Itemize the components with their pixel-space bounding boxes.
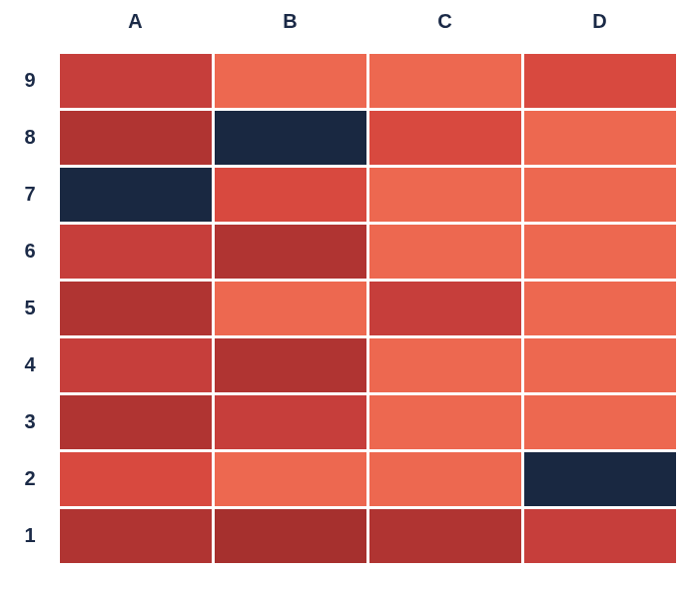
heatmap-cell [215, 509, 366, 563]
heatmap-row [58, 166, 677, 223]
heatmap-cell [60, 54, 212, 108]
heatmap-cell [369, 225, 521, 279]
heatmap-row [58, 393, 677, 450]
heatmap-cell [524, 225, 676, 279]
column-headers: ABCD [58, 10, 677, 33]
heatmap-row [58, 450, 677, 507]
heatmap-cell [215, 338, 366, 392]
heatmap-cell [215, 282, 366, 335]
row-header: 3 [10, 393, 50, 450]
column-header: A [58, 10, 213, 33]
heatmap-cell [60, 452, 212, 506]
heatmap-cell [215, 54, 366, 108]
row-header: 5 [10, 280, 50, 336]
row-header: 6 [10, 223, 50, 280]
heatmap-chart: ABCD 987654321 [0, 0, 700, 599]
heatmap-cell [524, 338, 676, 392]
heatmap-row [58, 280, 677, 336]
row-header: 2 [10, 450, 50, 507]
heatmap-cell [524, 395, 676, 449]
row-header: 4 [10, 336, 50, 393]
heatmap-cell [60, 225, 212, 279]
heatmap-cell [369, 282, 521, 335]
heatmap-cell [60, 111, 212, 165]
column-header: D [522, 10, 677, 33]
heatmap-cell [215, 111, 366, 165]
heatmap-cell [369, 509, 521, 563]
heatmap-cell [524, 54, 676, 108]
heatmap-cell [215, 395, 366, 449]
heatmap-cell [215, 452, 366, 506]
heatmap-cell [60, 338, 212, 392]
heatmap-cell [369, 54, 521, 108]
heatmap-grid [58, 52, 677, 564]
heatmap-cell [369, 452, 521, 506]
heatmap-cell [215, 225, 366, 279]
heatmap-cell [369, 111, 521, 165]
heatmap-cell [524, 452, 676, 506]
heatmap-cell [369, 395, 521, 449]
heatmap-cell [524, 282, 676, 335]
heatmap-cell [524, 168, 676, 222]
heatmap-cell [60, 509, 212, 563]
heatmap-row [58, 336, 677, 393]
row-header: 7 [10, 166, 50, 223]
column-header: B [213, 10, 367, 33]
heatmap-cell [524, 111, 676, 165]
heatmap-cell [369, 168, 521, 222]
heatmap-cell [524, 509, 676, 563]
row-header: 1 [10, 507, 50, 564]
heatmap-cell [60, 168, 212, 222]
heatmap-cell [60, 395, 212, 449]
heatmap-row [58, 223, 677, 280]
row-header: 8 [10, 109, 50, 166]
heatmap-row [58, 109, 677, 166]
heatmap-row [58, 52, 677, 109]
heatmap-cell [369, 338, 521, 392]
row-header: 9 [10, 52, 50, 109]
column-header: C [367, 10, 522, 33]
heatmap-cell [60, 282, 212, 335]
heatmap-cell [215, 168, 366, 222]
heatmap-row [58, 507, 677, 564]
row-headers: 987654321 [10, 52, 50, 564]
